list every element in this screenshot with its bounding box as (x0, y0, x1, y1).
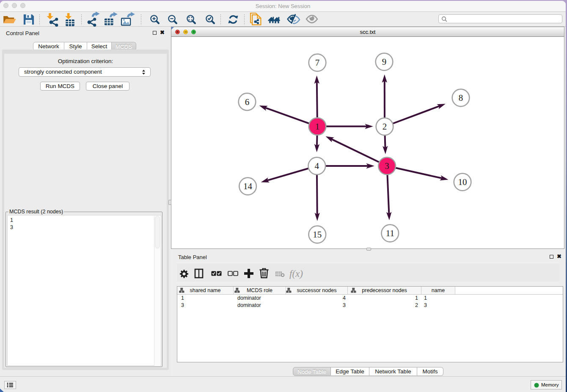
svg-text:9: 9 (382, 57, 387, 67)
svg-text:11: 11 (386, 228, 394, 238)
svg-text:2: 2 (383, 121, 387, 132)
svg-text:6: 6 (245, 97, 250, 107)
svg-text:8: 8 (459, 93, 463, 103)
svg-text:f(x): f(x) (289, 268, 303, 279)
svg-text:3: 3 (385, 161, 389, 171)
svg-text:4: 4 (315, 161, 319, 171)
svg-text:15: 15 (313, 229, 322, 240)
svg-text:14: 14 (243, 181, 253, 191)
svg-text:7: 7 (315, 58, 320, 68)
svg-text:1: 1 (315, 121, 320, 132)
svg-text:10: 10 (458, 177, 467, 187)
